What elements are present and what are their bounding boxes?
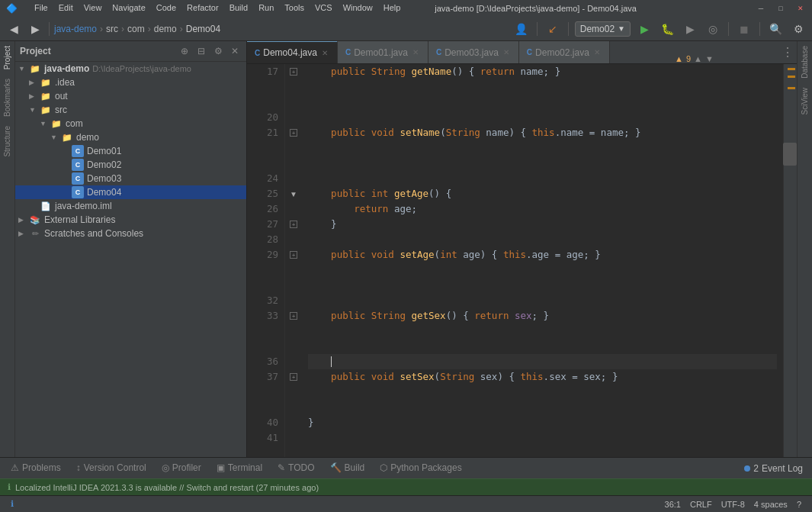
warning-badge[interactable]: ▲ 9 ▲ ▼ bbox=[669, 54, 720, 63]
settings-button[interactable]: ⚙ bbox=[789, 20, 807, 38]
tree-ext-libs[interactable]: ▶ 📚 External Libraries bbox=[15, 213, 246, 227]
menu-view[interactable]: View bbox=[84, 3, 102, 14]
breadcrumb-project[interactable]: java-demo bbox=[54, 24, 97, 34]
tree-demo01[interactable]: C Demo01 bbox=[15, 144, 246, 158]
run-configuration[interactable]: Demo02 ▼ bbox=[575, 21, 631, 37]
gutter-27[interactable]: + bbox=[285, 217, 302, 232]
tree-scratches[interactable]: ▶ ✏ Scratches and Consoles bbox=[15, 227, 246, 240]
sidebar-database-tab[interactable]: Database bbox=[799, 41, 810, 83]
breadcrumb-demo[interactable]: demo bbox=[154, 24, 177, 34]
sidebar-sciview-tab[interactable]: SciView bbox=[799, 83, 810, 119]
menu-window[interactable]: Window bbox=[343, 3, 373, 14]
bottom-tab-problems[interactable]: ⚠ Problems bbox=[3, 459, 69, 478]
gutter-29[interactable]: + bbox=[285, 247, 302, 262]
forward-button[interactable]: ▶ bbox=[26, 20, 44, 38]
tab-demo01[interactable]: C Demo01.java ✕ bbox=[338, 41, 428, 63]
back-button[interactable]: ◀ bbox=[5, 20, 23, 38]
bottom-tab-python[interactable]: ⬡ Python Packages bbox=[372, 459, 469, 478]
menu-refactor[interactable]: Refactor bbox=[187, 3, 219, 14]
tree-com[interactable]: ▼ 📁 com bbox=[15, 117, 246, 130]
menu-help[interactable]: Help bbox=[384, 3, 401, 14]
fold-17-icon[interactable]: + bbox=[290, 68, 297, 76]
line-ending[interactable]: CRLF bbox=[685, 500, 717, 509]
encoding[interactable]: UTF-8 bbox=[717, 500, 749, 509]
options-button[interactable]: ⚙ bbox=[211, 44, 225, 58]
tab-demo04-close[interactable]: ✕ bbox=[320, 49, 329, 57]
menu-file[interactable]: File bbox=[34, 3, 48, 14]
close-button[interactable]: ✕ bbox=[795, 3, 806, 14]
status-messages[interactable]: ℹ bbox=[6, 499, 18, 509]
line-num-33: 33 bbox=[250, 308, 278, 324]
tree-demo02[interactable]: C Demo02 bbox=[15, 158, 246, 172]
tree-src[interactable]: ▼ 📁 src bbox=[15, 103, 246, 117]
sidebar-project-tab[interactable]: Project bbox=[2, 41, 13, 74]
locate-file-button[interactable]: ⊕ bbox=[178, 44, 191, 58]
tree-demo[interactable]: ▼ 📁 demo bbox=[15, 130, 246, 144]
bottom-tab-todo[interactable]: ✎ TODO bbox=[270, 459, 322, 478]
gutter-21[interactable]: + bbox=[285, 125, 302, 140]
tab-demo03[interactable]: C Demo03.java ✕ bbox=[428, 41, 519, 63]
tree-out[interactable]: ▶ 📁 out bbox=[15, 89, 246, 103]
collapse-all-button[interactable]: ⊟ bbox=[194, 44, 208, 58]
tab-demo01-close[interactable]: ✕ bbox=[411, 48, 420, 56]
menu-navigate[interactable]: Navigate bbox=[112, 3, 145, 14]
menu-build[interactable]: Build bbox=[229, 3, 248, 14]
tab-demo04[interactable]: C Demo04.java ✕ bbox=[247, 41, 338, 63]
line-num-39 bbox=[250, 400, 278, 415]
panel-close-button[interactable]: ✕ bbox=[228, 44, 242, 58]
window-title: java-demo [D:\IdeaProjects\java-demo] - … bbox=[400, 4, 670, 13]
scroll-thumb[interactable] bbox=[783, 143, 797, 166]
editor-content: 17 20 21 24 25 26 27 28 29 32 33 36 bbox=[247, 64, 797, 457]
breadcrumb-com[interactable]: com bbox=[127, 24, 145, 34]
git-button[interactable]: ↙ bbox=[544, 20, 562, 38]
gutter-33[interactable]: + bbox=[285, 308, 302, 324]
bottom-tab-build[interactable]: 🔨 Build bbox=[323, 459, 373, 478]
debug-button[interactable]: 🐛 bbox=[658, 20, 676, 38]
account-button[interactable]: 👤 bbox=[512, 20, 531, 38]
tab-demo02-close[interactable]: ✕ bbox=[592, 48, 602, 56]
tab-demo02[interactable]: C Demo02.java ✕ bbox=[519, 41, 610, 63]
menu-code[interactable]: Code bbox=[156, 3, 176, 14]
event-log-button[interactable]: 2 Event Log bbox=[738, 463, 809, 474]
coverage-button[interactable]: ▶ bbox=[681, 20, 699, 38]
tab-demo03-close[interactable]: ✕ bbox=[502, 48, 511, 56]
tree-iml[interactable]: 📄 java-demo.iml bbox=[15, 199, 246, 213]
fold-27-icon[interactable]: + bbox=[290, 221, 297, 228]
maximize-button[interactable]: □ bbox=[775, 3, 786, 14]
tree-idea[interactable]: ▶ 📁 .idea bbox=[15, 76, 246, 89]
sidebar-structure-tab[interactable]: Structure bbox=[2, 121, 13, 162]
bottom-tab-terminal[interactable]: ▣ Terminal bbox=[209, 459, 270, 478]
tree-root[interactable]: ▼ 📁 java-demo D:\IdeaProjects\java-demo bbox=[15, 62, 246, 76]
tab-demo01-icon: C bbox=[345, 48, 351, 56]
fold-29-icon[interactable]: + bbox=[290, 251, 297, 259]
run-button[interactable]: ▶ bbox=[635, 20, 653, 38]
editor-scrollbar[interactable] bbox=[783, 64, 797, 457]
context-help[interactable]: ? bbox=[792, 500, 806, 509]
profile-button[interactable]: ◎ bbox=[704, 20, 722, 38]
gutter-37[interactable]: + bbox=[285, 369, 302, 385]
menu-tools[interactable]: Tools bbox=[284, 3, 304, 14]
stop-button[interactable]: ◼ bbox=[735, 20, 753, 38]
search-button[interactable]: 🔍 bbox=[766, 20, 785, 38]
menu-run[interactable]: Run bbox=[258, 3, 274, 14]
minimize-button[interactable]: ─ bbox=[756, 3, 766, 14]
bottom-tab-version-control[interactable]: ↕ Version Control bbox=[69, 459, 154, 478]
cursor-position[interactable]: 36:1 bbox=[660, 500, 685, 509]
tree-demo04[interactable]: C Demo04 bbox=[15, 185, 246, 199]
code-editor[interactable]: public String getName() { return name; }… bbox=[302, 64, 783, 457]
fold-33-icon[interactable]: + bbox=[290, 312, 297, 320]
menu-vcs[interactable]: VCS bbox=[315, 3, 332, 14]
bottom-tab-profiler[interactable]: ◎ Profiler bbox=[154, 459, 209, 478]
tab-more-button[interactable]: ⋮ bbox=[778, 41, 797, 63]
indent-settings[interactable]: 4 spaces bbox=[749, 500, 792, 509]
gutter-17[interactable]: + bbox=[285, 64, 302, 79]
breadcrumb-src[interactable]: src bbox=[106, 24, 118, 34]
tree-demo03[interactable]: C Demo03 bbox=[15, 172, 246, 185]
fold-37-icon[interactable]: + bbox=[290, 373, 297, 381]
fold-21-icon[interactable]: + bbox=[290, 129, 297, 137]
menu-edit[interactable]: Edit bbox=[59, 3, 73, 14]
breadcrumb-file[interactable]: Demo04 bbox=[186, 24, 220, 34]
out-arrow-icon: ▶ bbox=[29, 92, 40, 100]
encoding-label: UTF-8 bbox=[721, 500, 745, 509]
sidebar-bookmarks-tab[interactable]: Bookmarks bbox=[2, 74, 13, 121]
